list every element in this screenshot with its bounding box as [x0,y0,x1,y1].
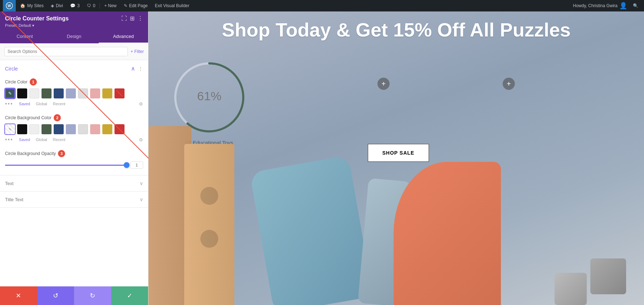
circle-bg-color-badge: 2 [54,114,61,121]
panel-content: Circle ∧ ⋮ Circle Color 1 ✎ [0,60,148,286]
saved-swatches-link[interactable]: Saved [19,102,30,106]
section-collapse-icon[interactable]: ∧ [131,65,135,72]
circle-color-swatch-selected[interactable]: ✎ [5,88,15,98]
circle-opacity-label: Circle Background Opacity 3 [5,150,143,157]
bubble-icon: 🗨 [87,3,91,8]
circle-color-swatch-darkgreen[interactable] [42,88,52,98]
bg-swatch-settings-icon[interactable]: ⚙ [139,137,143,142]
my-sites-link[interactable]: 🏠 My Sites [17,0,47,11]
circle-bg-swatch-white[interactable] [29,124,39,134]
wp-logo[interactable]: W [3,0,16,11]
toy-block-2 [184,144,234,305]
circle-color-swatch-pink[interactable] [90,88,100,98]
tab-advanced[interactable]: Advanced [99,30,148,43]
opacity-slider-row [5,160,143,170]
circle-opacity-option: Circle Background Opacity 3 [0,148,148,175]
svg-text:W: W [8,4,11,8]
panel-header: Circle Counter Settings ⛶ ⊞ ⋮ Preset: De… [0,11,148,30]
circle-color-swatch-white[interactable] [29,88,39,98]
add-section-button-1[interactable]: + [377,78,390,90]
user-greeting[interactable]: Howdy, Christina Gwira 👤 [570,0,630,11]
bg-swatch-more-dots[interactable]: ••• [5,136,13,143]
new-link[interactable]: + New [101,0,119,11]
recent-swatches-link[interactable]: Recent [53,102,65,106]
circle-bg-color-label: Circle Background Color 2 [5,114,143,121]
undo-button[interactable]: ↺ [37,286,74,305]
circle-color-swatches: ✎ [5,88,143,98]
section-more-icon[interactable]: ⋮ [138,66,143,72]
opacity-slider-thumb[interactable] [124,162,130,168]
swatch-more-dots[interactable]: ••• [5,101,13,107]
circle-color-swatch-black[interactable] [17,88,27,98]
circle-color-swatch-gold[interactable] [102,88,112,98]
preview-heading: Shop Today & Get 15% Off All Puzzles [148,11,644,44]
swatch-settings-icon[interactable]: ⚙ [139,101,143,107]
admin-bar: W 🏠 My Sites ◈ Divi 💬 3 🗨 0 + New ✎ Edit… [0,0,644,11]
toy-curved-piece [394,162,501,305]
circle-bg-swatch-transparent[interactable]: ✎ [5,124,15,134]
circle-color-swatch-navy[interactable] [54,88,64,98]
circle-section: Circle ∧ ⋮ Circle Color 1 ✎ [0,60,148,175]
fullscreen-icon[interactable]: ⛶ [121,15,127,22]
home-icon: 🏠 [20,3,25,8]
circle-bg-swatch-black[interactable] [17,124,27,134]
circle-color-swatch-red[interactable] [114,88,125,98]
opacity-value-input[interactable] [130,161,143,169]
divi-link[interactable]: ◈ Divi [48,0,66,11]
comment-icon: 💬 [70,3,75,8]
text-section-chevron-icon: ∨ [140,180,143,186]
circle-bg-swatch-red[interactable] [114,124,125,134]
edit-page-link[interactable]: ✎ Edit Page [121,0,151,11]
panel-title: Circle Counter Settings [5,15,69,22]
circle-bg-swatch-gold[interactable] [102,124,112,134]
comments-zero-link[interactable]: 🗨 0 [84,0,98,11]
circle-color-swatch-lavender[interactable] [66,88,76,98]
preview-area: Shop Today & Get 15% Off All Puzzles 61%… [148,11,644,305]
search-bar: + Filter [0,43,148,60]
circle-bg-color-swatches: ✎ [5,124,143,134]
circle-bg-color-meta: ••• Saved Global Recent ⚙ [5,136,143,143]
filter-button[interactable]: + Filter [131,49,144,54]
comments-link[interactable]: 💬 3 [67,0,83,11]
bg-saved-swatches-link[interactable]: Saved [19,137,30,142]
bottom-action-bar: ✕ ↺ ↻ ✓ [0,286,148,305]
toy-cube-2 [555,273,587,305]
tab-design[interactable]: Design [49,30,99,43]
circle-bg-color-option: Circle Background Color 2 ✎ [0,112,148,148]
add-section-button-2[interactable]: + [503,78,515,90]
title-text-section-chevron-icon: ∨ [140,197,143,202]
panel-header-top: Circle Counter Settings ⛶ ⊞ ⋮ [5,15,143,22]
panel-preset[interactable]: Preset: Default ▾ [5,23,143,28]
exit-visual-builder-link[interactable]: Exit Visual Builder [152,0,192,11]
toy-wrench [250,155,373,305]
title-text-section[interactable]: Title Text ∨ [0,192,148,208]
circle-bg-swatch-navy[interactable] [54,124,64,134]
circle-bg-swatch-pink[interactable] [90,124,100,134]
text-section[interactable]: Text ∨ [0,175,148,192]
more-options-icon[interactable]: ⋮ [137,15,143,22]
search-admin-icon[interactable]: 🔍 [630,0,641,11]
bg-recent-swatches-link[interactable]: Recent [53,137,65,142]
redo-button[interactable]: ↻ [74,286,111,305]
cancel-button[interactable]: ✕ [0,286,37,305]
circle-opacity-badge: 3 [58,150,65,157]
circle-color-meta: ••• Saved Global Recent ⚙ [5,101,143,107]
opacity-slider-track[interactable] [5,165,127,166]
columns-icon[interactable]: ⊞ [130,15,135,22]
global-swatches-link[interactable]: Global [36,102,47,106]
edit-icon: ✎ [124,3,127,8]
search-options-input[interactable] [4,47,128,56]
separator-1 [99,3,100,9]
circle-section-header: Circle ∧ ⋮ [0,60,148,76]
title-text-section-label: Title Text [5,197,23,202]
shop-sale-button[interactable]: SHOP SALE [368,144,429,162]
circle-bg-swatch-darkgreen[interactable] [42,124,52,134]
circle-bg-swatch-lightgray[interactable] [78,124,88,134]
circle-percent-text: 61% [197,89,221,103]
admin-bar-right: Howdy, Christina Gwira 👤 🔍 [570,0,641,11]
tab-content[interactable]: Content [0,30,49,43]
circle-bg-swatch-lavender[interactable] [66,124,76,134]
bg-global-swatches-link[interactable]: Global [36,137,47,142]
save-button[interactable]: ✓ [111,286,148,305]
section-controls: ∧ ⋮ [131,65,143,72]
